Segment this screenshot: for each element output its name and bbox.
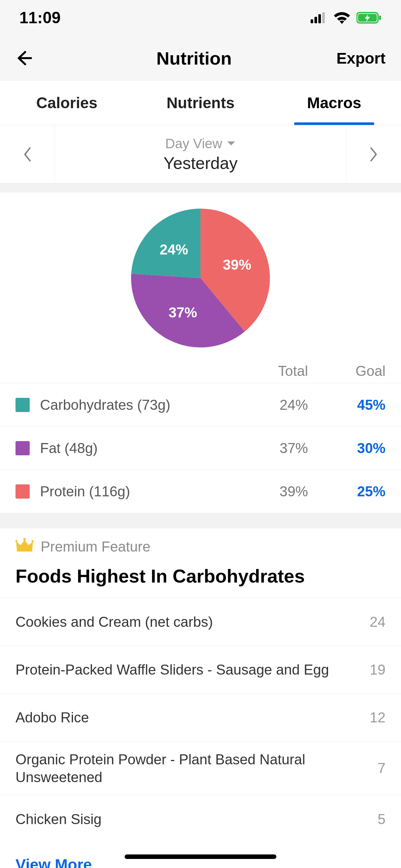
tabs-bar: Calories Nutrients Macros (0, 81, 401, 125)
current-date-label: Yesterday (163, 153, 237, 173)
food-name: Adobo Rice (16, 700, 370, 735)
svg-rect-6 (379, 16, 381, 20)
premium-feature-label: Premium Feature (0, 528, 401, 559)
macro-total: 39% (224, 484, 308, 500)
food-row[interactable]: Cookies and Cream (net carbs) 24 (0, 598, 401, 646)
macros-pie-chart: 39%37%24% (131, 209, 270, 347)
date-next-button[interactable] (346, 125, 401, 183)
back-button[interactable] (16, 50, 61, 67)
swatch-protein (16, 485, 30, 499)
macro-row-carbohydrates[interactable]: Carbohydrates (73g) 24% 45% (0, 383, 401, 426)
date-view-toggle[interactable]: Day View Yesterday (55, 125, 346, 183)
crown-icon (16, 538, 34, 555)
svg-rect-1 (314, 17, 317, 23)
svg-rect-0 (311, 20, 313, 23)
status-time: 11:09 (19, 8, 61, 27)
status-indicators (311, 11, 382, 24)
export-button[interactable]: Export (328, 50, 385, 67)
svg-rect-3 (322, 12, 325, 23)
macro-goal[interactable]: 25% (308, 484, 385, 500)
status-bar: 11:09 (0, 0, 401, 35)
macro-goal[interactable]: 30% (308, 440, 385, 456)
food-value: 5 (378, 811, 385, 827)
premium-badge-text: Premium Feature (41, 538, 150, 555)
macros-chart-card: 39%37%24% Total Goal Carbohydrates (73g)… (0, 192, 401, 513)
chevron-left-icon (22, 146, 33, 163)
svg-rect-2 (318, 14, 321, 23)
tab-macros[interactable]: Macros (267, 81, 401, 125)
page-title: Nutrition (61, 48, 328, 69)
view-mode-label: Day View (165, 136, 222, 151)
pie-slice-label: 39% (223, 257, 251, 273)
svg-point-9 (32, 540, 34, 542)
swatch-carbohydrates (16, 398, 30, 412)
svg-point-8 (16, 540, 18, 542)
home-indicator[interactable] (125, 855, 276, 859)
food-name: Organic Protein Powder - Plant Based Nat… (16, 741, 378, 795)
swatch-fat (16, 441, 30, 455)
food-name: Cookies and Cream (net carbs) (16, 604, 370, 640)
pie-slice-label: 37% (168, 305, 197, 321)
macro-table-header: Total Goal (0, 347, 401, 383)
macro-total: 24% (224, 397, 308, 413)
macro-goal[interactable]: 45% (308, 397, 385, 413)
foods-section-title: Foods Highest In Carbohydrates (0, 559, 401, 598)
food-value: 12 (370, 709, 385, 725)
food-row[interactable]: Organic Protein Powder - Plant Based Nat… (0, 741, 401, 795)
tab-calories[interactable]: Calories (0, 81, 134, 125)
date-prev-button[interactable] (0, 125, 55, 183)
arrow-left-icon (16, 50, 33, 67)
macro-row-fat[interactable]: Fat (48g) 37% 30% (0, 426, 401, 469)
macro-name: Fat (48g) (40, 440, 224, 456)
macro-row-protein[interactable]: Protein (116g) 39% 25% (0, 469, 401, 513)
food-row[interactable]: Adobo Rice 12 (0, 693, 401, 741)
food-value: 24 (370, 614, 385, 630)
food-row[interactable]: Chicken Sisig 5 (0, 795, 401, 843)
macro-total: 37% (224, 440, 308, 456)
tab-nutrients[interactable]: Nutrients (134, 81, 267, 125)
food-value: 7 (378, 760, 385, 776)
food-name: Protein-Packed Waffle Sliders - Sausage … (16, 652, 370, 687)
food-row[interactable]: Protein-Packed Waffle Sliders - Sausage … (0, 646, 401, 693)
pie-slice-label: 24% (160, 242, 188, 258)
svg-rect-10 (17, 550, 32, 552)
date-selector: Day View Yesterday (0, 125, 401, 183)
wifi-icon (333, 11, 351, 24)
macro-name: Carbohydrates (73g) (40, 397, 224, 413)
food-value: 19 (370, 662, 385, 678)
nav-header: Nutrition Export (0, 35, 401, 81)
chevron-right-icon (368, 146, 379, 163)
battery-charging-icon (357, 11, 382, 24)
svg-point-7 (23, 538, 26, 540)
food-name: Chicken Sisig (16, 801, 378, 837)
caret-down-icon (227, 141, 236, 147)
column-header-total: Total (224, 363, 308, 379)
cellular-icon (311, 12, 328, 23)
column-header-goal: Goal (308, 363, 385, 379)
macro-name: Protein (116g) (40, 484, 224, 500)
